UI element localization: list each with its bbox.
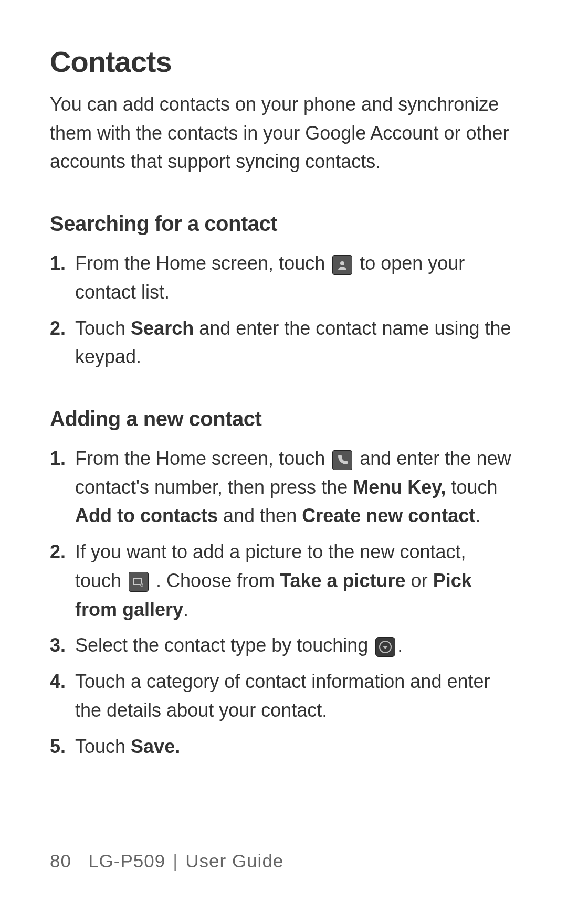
footer-separator: | <box>173 851 178 871</box>
step-text: Touch <box>75 736 131 757</box>
bold-create-new-contact: Create new contact <box>302 505 475 526</box>
step-number: 4. <box>50 667 66 696</box>
list-item: 2. Touch Search and enter the contact na… <box>50 314 517 371</box>
picture-add-icon <box>129 572 149 592</box>
step-text: . <box>183 599 188 620</box>
step-text: . <box>397 634 403 656</box>
step-number: 2. <box>50 538 66 567</box>
step-text: Select the contact type by touching <box>75 634 373 656</box>
bold-save: Save. <box>131 736 180 757</box>
section-heading-adding: Adding a new contact <box>50 407 517 431</box>
bold-search: Search <box>131 317 194 339</box>
list-item: 1. From the Home screen, touch and enter… <box>50 444 517 530</box>
dropdown-icon <box>375 637 395 657</box>
bold-menu-key: Menu Key, <box>353 476 446 498</box>
list-item: 1. From the Home screen, touch to open y… <box>50 249 517 306</box>
list-item: 5. Touch Save. <box>50 732 517 761</box>
step-number: 3. <box>50 631 66 660</box>
footer-text: 80 LG-P509|User Guide <box>50 851 517 872</box>
searching-steps-list: 1. From the Home screen, touch to open y… <box>50 249 517 371</box>
svg-point-0 <box>340 261 344 265</box>
step-text: and then <box>218 505 302 526</box>
list-item: 3. Select the contact type by touching . <box>50 631 517 660</box>
step-number: 1. <box>50 444 66 473</box>
step-text: . <box>475 505 480 526</box>
list-item: 4. Touch a category of contact informati… <box>50 667 517 725</box>
step-number: 1. <box>50 249 66 278</box>
step-text: touch <box>446 476 498 498</box>
svg-rect-1 <box>134 578 141 585</box>
bold-add-to-contacts: Add to contacts <box>75 505 218 526</box>
page-footer: 80 LG-P509|User Guide <box>0 843 567 872</box>
step-text: . Choose from <box>151 570 280 591</box>
adding-steps-list: 1. From the Home screen, touch and enter… <box>50 444 517 761</box>
intro-paragraph: You can add contacts on your phone and s… <box>50 90 517 176</box>
step-number: 2. <box>50 314 66 343</box>
step-text: or <box>406 570 433 591</box>
step-number: 5. <box>50 732 66 761</box>
guide-label: User Guide <box>185 851 284 871</box>
section-heading-searching: Searching for a contact <box>50 212 517 236</box>
page-title: Contacts <box>50 45 517 79</box>
page-number: 80 <box>50 851 71 871</box>
contacts-icon <box>332 255 352 275</box>
phone-icon <box>332 450 352 470</box>
bold-take-picture: Take a picture <box>280 570 405 591</box>
step-text: From the Home screen, touch <box>75 252 330 274</box>
list-item: 2. If you want to add a picture to the n… <box>50 538 517 624</box>
model-number: LG-P509 <box>88 851 165 871</box>
step-text: Touch a category of contact information … <box>75 671 490 721</box>
step-text: From the Home screen, touch <box>75 448 330 469</box>
footer-divider <box>50 843 116 843</box>
step-text: Touch <box>75 317 131 339</box>
